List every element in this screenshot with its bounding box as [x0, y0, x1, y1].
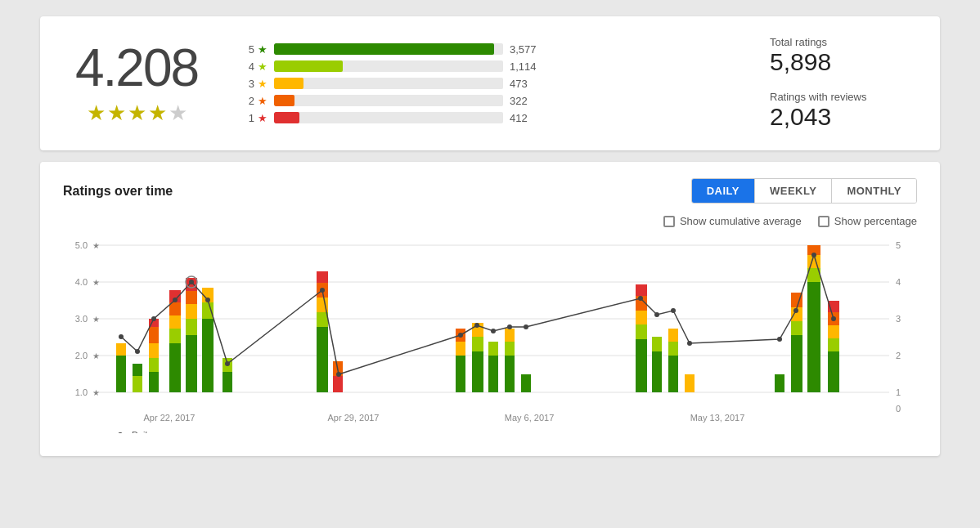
svg-rect-90: [828, 325, 839, 338]
show-percentage-checkbox[interactable]: [818, 216, 829, 227]
rating-bars-section: 5★3,5774★1,1143★4732★3221★412: [243, 43, 737, 124]
weekly-button[interactable]: WEEKLY: [755, 179, 832, 203]
svg-text:4: 4: [896, 277, 901, 287]
bar-track-3: [274, 78, 503, 89]
bar-label-5: 5★: [243, 43, 267, 56]
bar-fill-5: [274, 43, 494, 55]
svg-rect-31: [149, 343, 159, 358]
chart-area: 5.0 4.0 3.0 2.0 1.0 ★ ★ ★ ★ ★ 5 4 3 2 1 …: [63, 237, 917, 433]
cumulative-average-option[interactable]: Show cumulative average: [663, 215, 802, 227]
svg-rect-29: [149, 372, 159, 392]
svg-rect-47: [223, 372, 232, 392]
bar-label-4: 4★: [243, 60, 267, 73]
svg-rect-81: [791, 321, 802, 335]
svg-point-99: [320, 288, 325, 293]
bar-row-5: 5★3,577: [243, 43, 737, 56]
ratings-over-time-card: Ratings over time DAILY WEEKLY MONTHLY S…: [40, 162, 940, 456]
svg-rect-57: [456, 342, 465, 356]
svg-point-96: [189, 280, 194, 284]
svg-rect-72: [636, 284, 647, 296]
bar-fill-1: [274, 112, 299, 123]
bar-label-3: 3★: [243, 78, 267, 90]
star-2: ★: [107, 101, 126, 126]
svg-text:★: ★: [92, 388, 100, 397]
bar-row-4: 4★1,114: [243, 60, 737, 73]
svg-text:0: 0: [896, 404, 901, 414]
svg-rect-59: [472, 351, 483, 392]
chart-header: Ratings over time DAILY WEEKLY MONTHLY: [63, 178, 917, 204]
total-ratings-label: Total ratings: [770, 36, 917, 48]
average-score-section: 4.208 ★ ★ ★ ★ ★: [63, 42, 210, 126]
svg-rect-78: [685, 374, 695, 392]
svg-point-93: [135, 349, 140, 354]
svg-point-110: [777, 337, 782, 342]
svg-point-107: [654, 312, 659, 317]
svg-rect-26: [116, 343, 126, 356]
svg-rect-44: [202, 319, 214, 392]
bar-track-4: [274, 60, 503, 72]
total-ratings-block: Total ratings 5,898: [770, 36, 917, 76]
svg-point-95: [173, 298, 178, 302]
svg-text:5: 5: [896, 240, 901, 250]
bar-label-2: 2★: [243, 95, 267, 107]
ratings-summary-card: 4.208 ★ ★ ★ ★ ★ 5★3,5774★1,1143★4732★322…: [40, 16, 940, 150]
avg-dot: [119, 334, 124, 339]
svg-rect-63: [488, 342, 498, 356]
svg-rect-88: [828, 351, 839, 392]
svg-point-108: [671, 308, 676, 313]
bar-track-5: [274, 43, 503, 55]
monthly-button[interactable]: MONTHLY: [832, 179, 916, 203]
svg-text:May 6, 2017: May 6, 2017: [505, 413, 555, 423]
svg-text:3: 3: [896, 314, 901, 324]
svg-text:1: 1: [896, 387, 901, 397]
svg-text:★: ★: [92, 351, 100, 360]
bar-fill-3: [274, 78, 303, 89]
svg-point-102: [474, 323, 479, 328]
svg-rect-42: [186, 291, 197, 304]
ratings-with-reviews-block: Ratings with reviews 2,043: [770, 91, 917, 131]
bar-fill-2: [274, 95, 294, 106]
ratings-chart: 5.0 4.0 3.0 2.0 1.0 ★ ★ ★ ★ ★ 5 4 3 2 1 …: [63, 237, 917, 433]
star-3: ★: [128, 101, 146, 126]
average-score: 4.208: [63, 42, 210, 94]
svg-rect-60: [472, 337, 483, 351]
svg-rect-25: [116, 356, 126, 392]
svg-text:5.0: 5.0: [75, 240, 88, 250]
svg-rect-54: [333, 376, 343, 392]
svg-rect-64: [505, 356, 515, 392]
svg-rect-68: [636, 339, 647, 392]
show-percentage-option[interactable]: Show percentage: [818, 215, 917, 227]
show-percentage-label: Show percentage: [834, 215, 917, 227]
star-rating-display: ★ ★ ★ ★ ★: [63, 101, 210, 126]
svg-text:4.0: 4.0: [75, 277, 88, 287]
svg-rect-69: [636, 324, 647, 339]
chart-options: Show cumulative average Show percentage: [63, 215, 917, 227]
svg-text:1.0: 1.0: [75, 387, 88, 397]
star-4: ★: [148, 101, 167, 126]
svg-point-109: [687, 341, 692, 346]
svg-text:★: ★: [92, 241, 100, 250]
daily-button[interactable]: DAILY: [692, 179, 755, 203]
svg-text:2: 2: [896, 351, 901, 360]
svg-rect-80: [791, 335, 802, 392]
bar-track-1: [274, 112, 503, 123]
svg-rect-45: [202, 302, 214, 319]
svg-rect-53: [317, 271, 328, 283]
bar-track-2: [274, 95, 503, 106]
bar-fill-4: [274, 60, 343, 72]
svg-rect-34: [169, 343, 181, 392]
svg-rect-73: [652, 351, 662, 392]
bar-count-4: 1,114: [510, 60, 539, 73]
svg-point-103: [491, 329, 496, 333]
cumulative-average-checkbox[interactable]: [663, 216, 675, 227]
bar-label-1: 1★: [243, 112, 267, 124]
svg-rect-49: [317, 327, 328, 392]
svg-rect-75: [668, 356, 678, 392]
svg-rect-67: [521, 374, 531, 392]
ratings-reviews-value: 2,043: [770, 103, 917, 131]
svg-point-114: [118, 432, 123, 433]
svg-rect-35: [169, 329, 181, 343]
svg-rect-76: [668, 342, 678, 356]
svg-text:★: ★: [92, 278, 100, 287]
svg-text:★: ★: [92, 315, 100, 324]
